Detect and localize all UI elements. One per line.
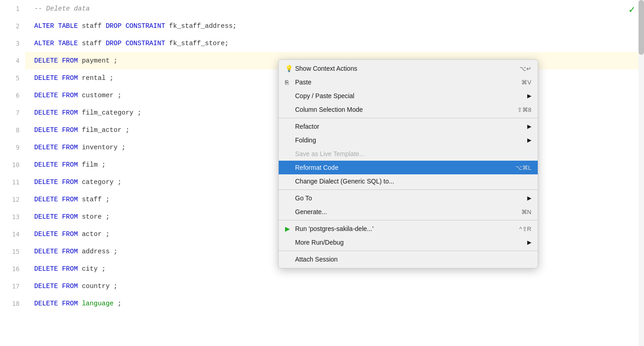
menu-shortcut-show-context-actions: ⌥↵	[519, 65, 531, 72]
kw-delete-13: DELETE FROM	[34, 213, 78, 220]
kw-delete-8: DELETE FROM	[34, 126, 78, 134]
plain-17: country ;	[78, 283, 118, 290]
scrollbar-thumb[interactable]	[639, 0, 644, 55]
menu-item-go-to[interactable]: Go To ▶	[279, 191, 538, 205]
kw-delete-10: DELETE FROM	[34, 161, 78, 168]
menu-item-more-run-debug[interactable]: More Run/Debug ▶	[279, 236, 538, 249]
line-num-16: 16	[0, 260, 25, 278]
arrow-icon-folding: ▶	[527, 137, 531, 143]
plain-10: film ;	[78, 161, 106, 168]
menu-label-more-run-debug: More Run/Debug	[295, 239, 525, 246]
kw-alter-1: ALTER TABLE	[34, 22, 78, 30]
kw-delete-16: DELETE FROM	[34, 265, 78, 273]
context-menu: 💡 Show Context Actions ⌥↵ ⎘ Paste ⌘V Cop…	[278, 59, 538, 268]
menu-item-reformat-code[interactable]: Reformat Code ⌥⌘L	[279, 161, 538, 174]
line-num-18: 18	[0, 295, 25, 312]
line-num-11: 11	[0, 173, 25, 191]
menu-shortcut-paste: ⌘V	[521, 79, 531, 86]
menu-label-column-selection-mode: Column Selection Mode	[295, 106, 517, 113]
code-comment-1: -- Delete data	[34, 5, 90, 12]
kw-drop-2: DROP CONSTRAINT	[106, 40, 166, 47]
paste-icon: ⎘	[285, 79, 295, 86]
line-num-10: 10	[0, 156, 25, 173]
line-num-1: 1	[0, 0, 25, 17]
code-line-1: -- Delete data	[25, 0, 644, 17]
menu-item-show-context-actions[interactable]: 💡 Show Context Actions ⌥↵	[279, 62, 538, 75]
line-num-12: 12	[0, 191, 25, 208]
menu-label-paste: Paste	[295, 79, 521, 86]
arrow-icon-copy-paste: ▶	[527, 93, 531, 99]
menu-label-refactor: Refactor	[295, 123, 525, 130]
line-num-14: 14	[0, 225, 25, 243]
line-num-2: 2	[0, 17, 25, 35]
kw-delete-4: DELETE FROM	[34, 57, 78, 64]
arrow-icon-more-run: ▶	[527, 239, 531, 246]
kw-delete-18: DELETE FROM	[34, 300, 78, 307]
line-num-6: 6	[0, 87, 25, 104]
plain-11: category ;	[78, 178, 122, 186]
plain-13: store ;	[78, 213, 110, 220]
separator-4	[279, 251, 538, 251]
menu-shortcut-column-selection-mode: ⇧⌘8	[517, 106, 531, 113]
kw-delete-7: DELETE FROM	[34, 109, 78, 116]
plain-4: payment ;	[78, 57, 118, 64]
kw-alter-2: ALTER TABLE	[34, 40, 78, 47]
plain-5: rental ;	[78, 74, 114, 82]
plain-8: film_actor ;	[78, 126, 130, 134]
menu-shortcut-run-postgres: ^⇧R	[519, 225, 532, 232]
menu-label-attach-session: Attach Session	[295, 256, 531, 263]
code-line-2: ALTER TABLE staff DROP CONSTRAINT fk_sta…	[25, 17, 644, 35]
line-num-8: 8	[0, 121, 25, 139]
menu-item-copy-paste-special[interactable]: Copy / Paste Special ▶	[279, 89, 538, 103]
checkmark-icon: ✓	[629, 4, 635, 16]
line-num-9: 9	[0, 139, 25, 156]
kw-delete-17: DELETE FROM	[34, 283, 78, 290]
kw-delete-15: DELETE FROM	[34, 248, 78, 255]
menu-label-save-live-template: Save as Live Template...	[295, 150, 531, 157]
plain-2a: staff	[78, 22, 106, 30]
run-icon: ▶	[285, 225, 295, 232]
menu-label-copy-paste-special: Copy / Paste Special	[295, 92, 525, 100]
kw-drop-1: DROP CONSTRAINT	[106, 22, 166, 30]
plain-12: staff ;	[78, 196, 110, 203]
line-num-7: 7	[0, 104, 25, 121]
plain-6: customer ;	[78, 92, 122, 99]
kw-delete-14: DELETE FROM	[34, 231, 78, 238]
menu-item-paste[interactable]: ⎘ Paste ⌘V	[279, 75, 538, 89]
separator-1	[279, 118, 538, 118]
menu-item-attach-session[interactable]: Attach Session	[279, 252, 538, 266]
arrow-icon-refactor: ▶	[527, 123, 531, 130]
plain-7: film_category ;	[78, 109, 141, 116]
menu-label-go-to: Go To	[295, 194, 525, 202]
kw-delete-6: DELETE FROM	[34, 92, 78, 99]
line-num-17: 17	[0, 278, 25, 295]
line-num-4: 4	[0, 52, 25, 69]
code-line-3: ALTER TABLE staff DROP CONSTRAINT fk_sta…	[25, 35, 644, 52]
separator-3	[279, 220, 538, 220]
menu-shortcut-reformat-code: ⌥⌘L	[515, 164, 531, 171]
kw-delete-9: DELETE FROM	[34, 144, 78, 151]
line-num-13: 13	[0, 208, 25, 225]
menu-item-column-selection-mode[interactable]: Column Selection Mode ⇧⌘8	[279, 103, 538, 116]
line-numbers: 1 2 3 4 5 6 7 8 9 10 11 12 13 14 15 16 1…	[0, 0, 25, 346]
identifier-language: language	[82, 300, 114, 307]
scrollbar[interactable]	[639, 0, 644, 346]
menu-label-folding: Folding	[295, 136, 525, 144]
plain-9: inventory ;	[78, 144, 125, 151]
plain-18a	[78, 300, 82, 307]
menu-item-run-postgres[interactable]: ▶ Run 'postgres-sakila-dele...' ^⇧R	[279, 222, 538, 236]
arrow-icon-go-to: ▶	[527, 195, 531, 201]
kw-delete-12: DELETE FROM	[34, 196, 78, 203]
menu-item-save-live-template[interactable]: Save as Live Template...	[279, 147, 538, 161]
code-line-17: DELETE FROM country ;	[25, 278, 644, 295]
separator-2	[279, 189, 538, 190]
menu-label-show-context-actions: Show Context Actions	[295, 65, 519, 72]
menu-item-refactor[interactable]: Refactor ▶	[279, 120, 538, 133]
menu-label-reformat-code: Reformat Code	[295, 164, 515, 171]
plain-18b: ;	[114, 300, 121, 307]
menu-item-folding[interactable]: Folding ▶	[279, 133, 538, 147]
menu-item-generate[interactable]: Generate... ⌘N	[279, 205, 538, 219]
lightbulb-icon: 💡	[285, 65, 295, 72]
plain-16: city ;	[78, 265, 106, 273]
menu-item-change-dialect[interactable]: Change Dialect (Generic SQL) to...	[279, 174, 538, 188]
